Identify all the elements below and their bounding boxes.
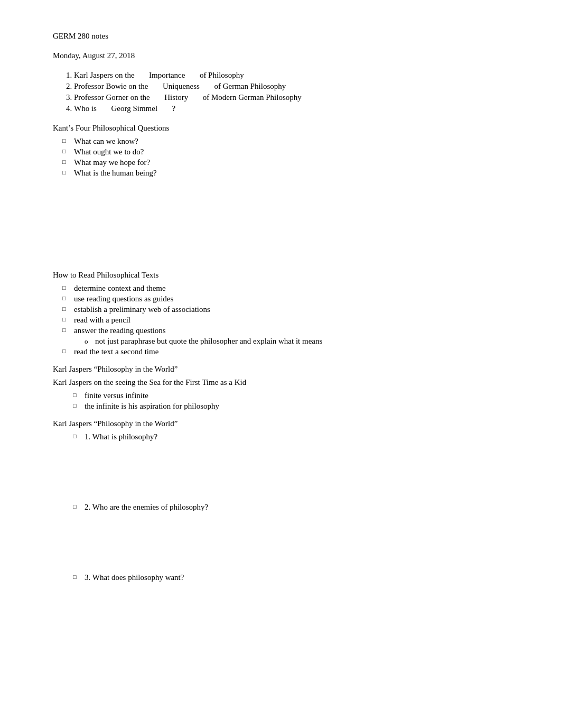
item3-prefix: Professor Gorner on the	[74, 93, 150, 102]
jaspers-questions-cont2: 3. What does philosophy want?	[85, 573, 519, 582]
kant-bullets: What can we know? What ought we to do? W…	[74, 137, 519, 178]
list-item-4: Who is Georg Simmel ?	[74, 104, 519, 113]
item4-suffix: ?	[172, 104, 176, 113]
jaspers-question-1: 1. What is philosophy?	[85, 432, 519, 441]
kant-bullet-2: What ought we to do?	[74, 148, 519, 156]
jaspers-sea-bullets: finite versus infinite the infinite is h…	[85, 391, 519, 411]
item4-middle: Georg Simmel	[111, 104, 157, 113]
jaspers-sea-line: Karl Jaspers on the seeing the Sea for t…	[53, 378, 519, 387]
kant-bullet-3: What may we hope for?	[74, 158, 519, 167]
how-bullet-3: establish a preliminary web of associati…	[74, 305, 519, 314]
item1-prefix: Karl Jaspers on the	[74, 71, 135, 79]
date-line: Monday, August 27, 2018	[53, 51, 519, 60]
how-bullet-5: answer the reading questions not just pa…	[74, 326, 519, 346]
item1-middle: Importance	[149, 71, 185, 79]
item2-middle: Uniqueness	[163, 82, 200, 90]
how-to-read-bullets: determine context and theme use reading …	[74, 284, 519, 356]
item2-prefix: Professor Bowie on the	[74, 82, 148, 90]
jaspers-sea-bullet-1: finite versus infinite	[85, 391, 519, 400]
how-to-read-heading: How to Read Philosophical Texts	[53, 271, 519, 280]
how-bullet-4: read with a pencil	[74, 316, 519, 325]
kant-heading: Kant’s Four Philosophical Questions	[53, 124, 519, 133]
jaspers-title-2: Karl Jaspers “Philosophy in the World”	[53, 419, 519, 428]
how-bullet-1: determine context and theme	[74, 284, 519, 293]
how-sub-bullet-1: not just paraphrase but quote the philos…	[95, 337, 519, 346]
item2-suffix: of German Philosophy	[214, 82, 286, 90]
item4-prefix: Who is	[74, 104, 97, 113]
jaspers-questions-cont: 2. Who are the enemies of philosophy?	[85, 503, 519, 512]
jaspers-question-2: 2. Who are the enemies of philosophy?	[85, 503, 519, 512]
how-bullet-2: use reading questions as guides	[74, 294, 519, 303]
item1-suffix: of Philosophy	[200, 71, 244, 79]
numbered-list: Karl Jaspers on the Importance of Philos…	[74, 71, 519, 113]
jaspers-sea-bullet-2: the infinite is his aspiration for philo…	[85, 402, 519, 411]
jaspers-question-3: 3. What does philosophy want?	[85, 573, 519, 582]
item3-suffix: of Modern German Philosophy	[203, 93, 302, 102]
list-item-2: Professor Bowie on the Uniqueness of Ger…	[74, 82, 519, 91]
item3-middle: History	[164, 93, 188, 102]
how-bullet-6: read the text a second time	[74, 347, 519, 356]
list-item-3: Professor Gorner on the History of Moder…	[74, 93, 519, 102]
kant-bullet-1: What can we know?	[74, 137, 519, 146]
list-item-1: Karl Jaspers on the Importance of Philos…	[74, 71, 519, 80]
jaspers-questions: 1. What is philosophy?	[85, 432, 519, 441]
kant-bullet-4: What is the human being?	[74, 169, 519, 178]
jaspers-title-1: Karl Jaspers “Philosophy in the World”	[53, 365, 519, 374]
page-title: GERM 280 notes	[53, 32, 519, 41]
